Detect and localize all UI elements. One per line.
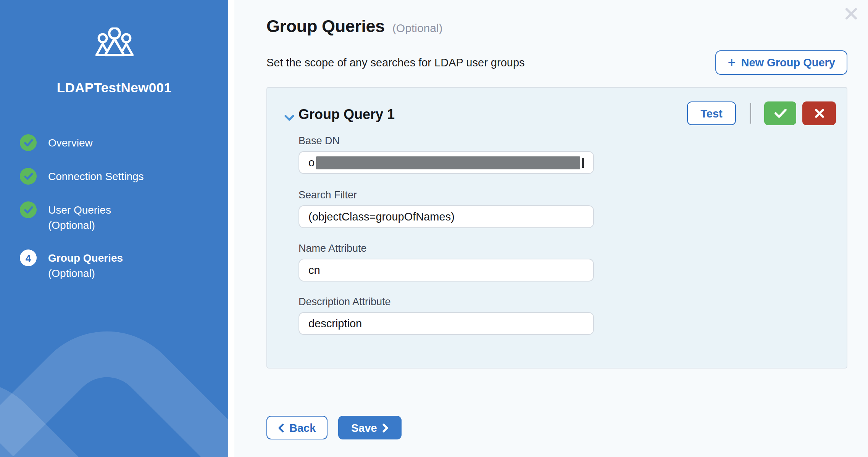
redacted-char-remnant: [582, 158, 584, 167]
step-label: Connection Settings: [48, 168, 144, 185]
group-query-card: Group Query 1 Test Base DN o Search Filt…: [266, 87, 847, 368]
connection-name: LDAPTestNew001: [0, 80, 228, 96]
base-dn-input[interactable]: o: [298, 151, 594, 174]
base-dn-label: Base DN: [298, 135, 340, 146]
sidebar-item-connection-settings[interactable]: Connection Settings: [20, 168, 222, 185]
ldap-wizard-modal: LDAPTestNew001 Overview Connection Setti…: [0, 0, 868, 457]
step-sublabel: (Optional): [48, 218, 111, 233]
description-attribute-label: Description Attribute: [298, 296, 391, 307]
search-filter-input[interactable]: [298, 205, 594, 228]
check-circle-icon: [20, 168, 37, 185]
button-divider: [750, 103, 751, 124]
step-sublabel: (Optional): [48, 266, 123, 281]
x-icon: [814, 108, 824, 118]
check-circle-icon: [20, 134, 37, 151]
page-title-row: Group Queries (Optional): [266, 17, 443, 37]
description-attribute-input[interactable]: [298, 312, 594, 335]
confirm-query-button[interactable]: [764, 101, 796, 125]
step-number-badge: 4: [20, 249, 37, 266]
page-title: Group Queries: [266, 17, 385, 37]
redaction-bar: [316, 156, 580, 169]
save-label: Save: [351, 422, 377, 434]
plus-icon: +: [728, 56, 736, 69]
new-group-query-button[interactable]: + New Group Query: [715, 50, 847, 75]
sidebar-item-overview[interactable]: Overview: [20, 134, 222, 151]
chevron-right-icon: [382, 423, 389, 432]
step-label: Group Queries: [48, 249, 123, 266]
step-label: Overview: [48, 134, 93, 151]
name-attribute-label: Name Attribute: [298, 243, 367, 254]
back-button[interactable]: Back: [266, 416, 327, 439]
users-group-icon: [0, 27, 228, 56]
chevron-left-icon: [278, 423, 284, 432]
base-dn-visible-text: o: [308, 156, 315, 169]
group-queries-panel: Group Queries (Optional) Set the scope o…: [234, 0, 868, 457]
wizard-sidebar: LDAPTestNew001 Overview Connection Setti…: [0, 0, 228, 457]
search-filter-label: Search Filter: [298, 189, 357, 201]
check-circle-icon: [20, 201, 37, 218]
back-label: Back: [289, 422, 316, 434]
test-button[interactable]: Test: [687, 101, 736, 125]
panel-divider: [228, 0, 234, 457]
wizard-steps: Overview Connection Settings User Querie…: [20, 134, 222, 281]
check-icon: [774, 108, 787, 118]
query-card-title: Group Query 1: [298, 107, 395, 123]
save-button[interactable]: Save: [338, 416, 402, 439]
chevron-down-icon[interactable]: [284, 111, 295, 124]
new-group-query-label: New Group Query: [741, 56, 835, 69]
sidebar-item-user-queries[interactable]: User Queries (Optional): [20, 201, 222, 233]
name-attribute-input[interactable]: [298, 259, 594, 282]
delete-query-button[interactable]: [802, 101, 836, 125]
step-label: User Queries: [48, 201, 111, 218]
page-subtitle: Set the scope of any searches for LDAP u…: [266, 56, 525, 69]
page-title-optional-tag: (Optional): [392, 21, 443, 34]
sidebar-item-group-queries[interactable]: 4 Group Queries (Optional): [20, 249, 222, 281]
close-icon[interactable]: [844, 6, 859, 21]
